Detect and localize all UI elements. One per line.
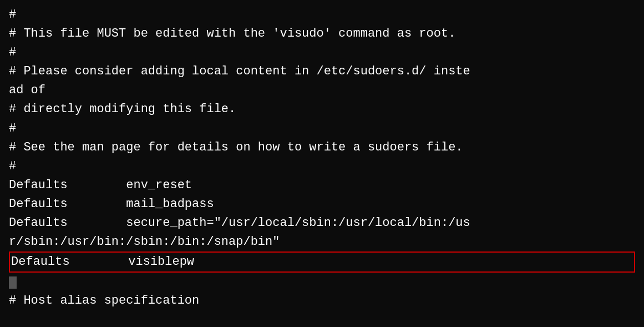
code-line-3: # bbox=[9, 43, 635, 62]
code-line-4: # Please consider adding local content i… bbox=[9, 62, 635, 81]
code-line-5: # directly modifying this file. bbox=[9, 100, 635, 119]
code-line-4b: ad of bbox=[9, 81, 635, 100]
code-line-12-highlighted: Defaults visiblepw bbox=[9, 251, 635, 273]
code-line-11b: r/sbin:/usr/bin:/sbin:/bin:/snap/bin" bbox=[9, 233, 635, 251]
code-line-7: # See the man page for details on how to… bbox=[9, 138, 635, 157]
code-line-1: # bbox=[9, 6, 635, 24]
code-line-10: Defaults mail_badpass bbox=[9, 195, 635, 214]
terminal-window[interactable]: # # This file MUST be edited with the 'v… bbox=[0, 0, 644, 327]
code-line-11: Defaults secure_path="/usr/local/sbin:/u… bbox=[9, 214, 635, 233]
code-line-2: # This file MUST be edited with the 'vis… bbox=[9, 24, 635, 43]
code-line-cursor bbox=[9, 273, 635, 291]
cursor bbox=[9, 276, 17, 289]
code-line-8: # bbox=[9, 157, 635, 176]
code-line-14: # Host alias specification bbox=[9, 291, 635, 310]
code-line-9: Defaults env_reset bbox=[9, 176, 635, 195]
code-line-6: # bbox=[9, 119, 635, 138]
